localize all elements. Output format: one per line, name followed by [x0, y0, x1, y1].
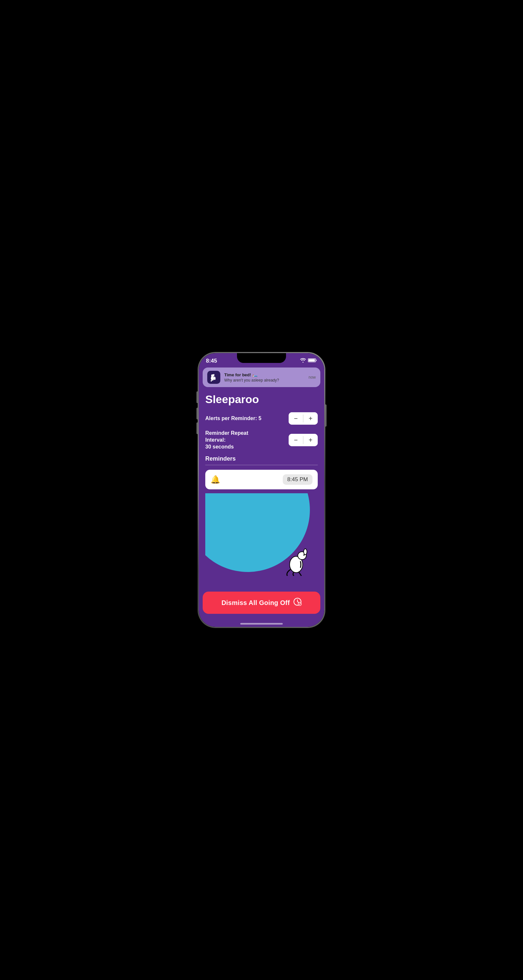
interval-decrement-button[interactable]: − — [289, 434, 303, 446]
app-icon — [207, 371, 220, 384]
interval-label: Reminder Repeat Interval:30 seconds — [205, 430, 267, 450]
alerts-setting-row: Alerts per Reminder: 5 − + — [205, 412, 318, 425]
svg-point-8 — [303, 554, 305, 556]
alerts-increment-button[interactable]: + — [303, 412, 318, 425]
reminder-row[interactable]: 🔔 8:45 PM — [205, 470, 318, 489]
svg-rect-1 — [309, 360, 315, 362]
battery-icon — [308, 358, 317, 364]
reminder-time: 8:45 PM — [283, 474, 313, 485]
dismiss-label: Dismiss All Going Off — [221, 599, 290, 607]
bottom-decoration — [205, 493, 318, 592]
dismiss-button[interactable]: Dismiss All Going Off — [203, 592, 320, 614]
interval-stepper: − + — [289, 434, 318, 446]
alerts-stepper: − + — [289, 412, 318, 425]
main-content: Sleeparoo Alerts per Reminder: 5 − + Rem… — [199, 390, 324, 592]
notification-content: Time for bed! 🛏️ Why aren't you asleep a… — [224, 372, 305, 382]
status-time: 8:45 — [206, 358, 217, 364]
app-title: Sleeparoo — [205, 393, 318, 406]
notification-banner[interactable]: Time for bed! 🛏️ Why aren't you asleep a… — [203, 368, 320, 387]
notification-title: Time for bed! 🛏️ — [224, 372, 305, 377]
svg-point-4 — [213, 374, 214, 376]
dismiss-clock-icon — [293, 598, 302, 608]
svg-point-7 — [304, 549, 307, 555]
bell-icon: 🔔 — [210, 475, 220, 484]
alerts-decrement-button[interactable]: − — [289, 412, 303, 425]
home-indicator — [199, 620, 324, 627]
notification-body: Why aren't you asleep already? — [224, 378, 305, 382]
notch — [237, 353, 286, 363]
screen: 8:45 — [199, 353, 324, 627]
home-bar — [240, 623, 283, 625]
section-divider — [205, 465, 318, 465]
notification-time: now — [309, 375, 316, 380]
kangaroo-illustration — [282, 543, 312, 573]
reminders-section-label: Reminders — [205, 455, 318, 462]
status-icons — [300, 358, 317, 364]
phone-inner: 8:45 — [199, 353, 324, 627]
interval-increment-button[interactable]: + — [303, 434, 318, 446]
phone-frame: 8:45 — [198, 352, 325, 628]
interval-setting-row: Reminder Repeat Interval:30 seconds − + — [205, 430, 318, 450]
wifi-icon — [300, 358, 306, 364]
alerts-label: Alerts per Reminder: 5 — [205, 415, 262, 422]
